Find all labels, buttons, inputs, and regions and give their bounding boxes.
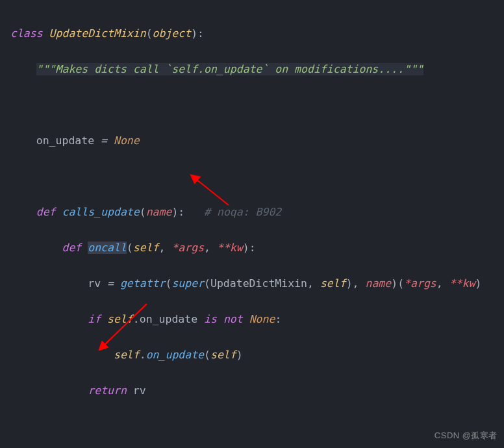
- code-line: rv = getattr(super(UpdateDictMixin, self…: [10, 275, 504, 293]
- code-editor[interactable]: class UpdateDictMixin(object): """Makes …: [0, 0, 504, 448]
- code-line: self.on_update(self): [10, 346, 504, 364]
- watermark-text: CSDN @孤寒者: [435, 427, 498, 445]
- code-line: def calls_update(name): # noqa: B902: [10, 203, 504, 221]
- code-line: [10, 168, 504, 186]
- code-line: on_update = None: [10, 132, 504, 150]
- code-line: [10, 417, 504, 436]
- code-line: def oncall(self, *args, **kw):: [10, 239, 504, 257]
- code-line: [10, 96, 504, 114]
- code-line: class UpdateDictMixin(object):: [10, 25, 504, 43]
- code-line: return rv: [10, 382, 504, 400]
- code-line: """Makes dicts call `self.on_update` on …: [10, 60, 504, 79]
- code-line: if self.on_update is not None:: [10, 310, 504, 329]
